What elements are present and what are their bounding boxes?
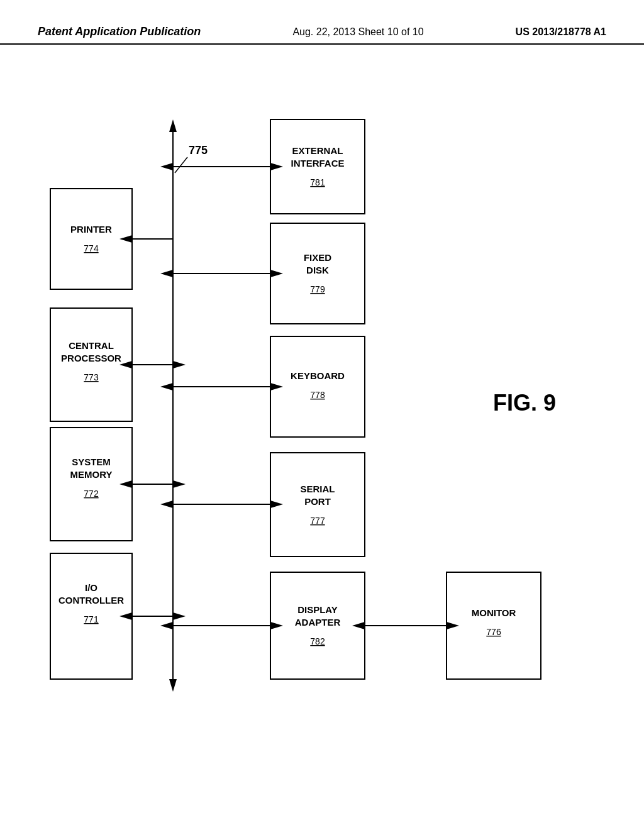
svg-line-72 <box>175 157 187 173</box>
svg-text:777: 777 <box>310 516 325 526</box>
svg-marker-54 <box>160 501 173 508</box>
svg-marker-63 <box>160 163 173 170</box>
svg-text:774: 774 <box>84 243 99 253</box>
svg-rect-14 <box>50 189 132 289</box>
page-header: Patent Application Publication Aug. 22, … <box>0 25 644 45</box>
figure-label: FIG. 9 <box>493 390 556 416</box>
publication-title: Patent Application Publication <box>38 25 201 38</box>
svg-text:776: 776 <box>486 627 501 637</box>
svg-rect-10 <box>50 308 132 421</box>
svg-text:772: 772 <box>84 489 99 499</box>
diagram-area: I/O CONTROLLER 771 SYSTEM MEMORY 772 CEN… <box>38 88 606 767</box>
svg-rect-6 <box>50 428 132 541</box>
svg-text:FIXED: FIXED <box>304 252 331 263</box>
svg-marker-52 <box>270 622 283 629</box>
svg-text:ADAPTER: ADAPTER <box>295 617 341 628</box>
svg-text:DISK: DISK <box>306 265 329 275</box>
svg-text:EXTERNAL: EXTERNAL <box>292 145 343 156</box>
svg-text:782: 782 <box>310 636 325 646</box>
svg-text:SYSTEM: SYSTEM <box>72 456 111 467</box>
svg-rect-31 <box>270 572 365 679</box>
svg-marker-58 <box>270 383 283 390</box>
diagram-svg: I/O CONTROLLER 771 SYSTEM MEMORY 772 CEN… <box>38 88 606 767</box>
svg-text:778: 778 <box>310 390 325 400</box>
svg-marker-30 <box>119 235 132 243</box>
svg-text:MEMORY: MEMORY <box>70 469 113 480</box>
svg-text:PROCESSOR: PROCESSOR <box>61 353 121 363</box>
svg-text:INTERFACE: INTERFACE <box>291 158 344 169</box>
svg-marker-69 <box>352 622 365 629</box>
svg-text:KEYBOARD: KEYBOARD <box>291 370 345 381</box>
svg-text:CONTROLLER: CONTROLLER <box>58 595 124 606</box>
svg-marker-51 <box>160 622 173 629</box>
svg-text:DISPLAY: DISPLAY <box>297 604 338 615</box>
svg-marker-28 <box>173 361 186 368</box>
svg-text:PORT: PORT <box>304 496 331 507</box>
svg-marker-27 <box>119 361 132 368</box>
svg-text:781: 781 <box>310 177 325 187</box>
svg-marker-22 <box>173 612 186 620</box>
svg-rect-46 <box>270 119 365 214</box>
publication-date-sheet: Aug. 22, 2013 Sheet 10 of 10 <box>292 26 423 38</box>
svg-marker-64 <box>270 163 283 170</box>
svg-rect-35 <box>270 453 365 556</box>
svg-rect-2 <box>50 553 132 679</box>
svg-text:PRINTER: PRINTER <box>70 224 112 235</box>
svg-text:CENTRAL: CENTRAL <box>69 340 114 351</box>
svg-marker-57 <box>160 383 173 390</box>
svg-rect-42 <box>270 223 365 324</box>
svg-text:I/O: I/O <box>85 582 97 593</box>
svg-marker-24 <box>119 480 132 488</box>
svg-text:773: 773 <box>84 372 99 382</box>
svg-marker-60 <box>160 270 173 277</box>
svg-marker-55 <box>270 501 283 508</box>
svg-marker-61 <box>270 270 283 277</box>
svg-rect-39 <box>270 336 365 437</box>
svg-marker-21 <box>119 612 132 620</box>
svg-rect-65 <box>447 572 541 679</box>
svg-marker-25 <box>173 480 186 488</box>
svg-text:779: 779 <box>310 284 325 294</box>
svg-text:SERIAL: SERIAL <box>300 484 335 494</box>
svg-marker-19 <box>169 679 177 692</box>
svg-marker-70 <box>447 622 459 629</box>
svg-text:MONITOR: MONITOR <box>472 607 516 618</box>
publication-number: US 2013/218778 A1 <box>516 26 606 38</box>
svg-text:771: 771 <box>84 614 99 624</box>
svg-text:775: 775 <box>189 144 208 157</box>
svg-marker-18 <box>169 119 177 132</box>
